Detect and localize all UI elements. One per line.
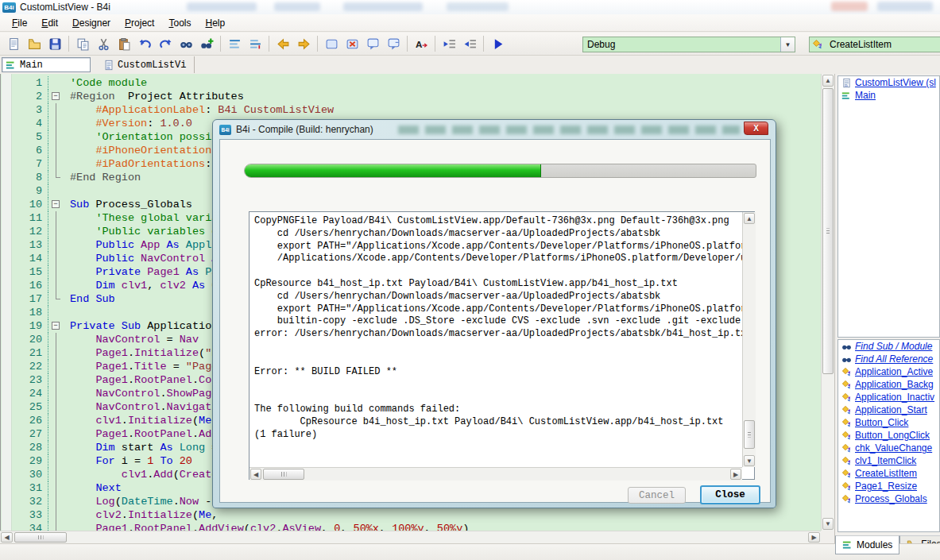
comment-icon[interactable] — [224, 34, 245, 53]
scroll-left-icon[interactable]: ◀ — [250, 469, 261, 480]
editor-vertical-scrollbar[interactable]: ▲ ▼ — [821, 74, 834, 531]
designer-script-icon[interactable] — [362, 34, 383, 53]
sub-item[interactable]: Application_Active — [838, 365, 939, 378]
autocomplete-icon[interactable]: A — [411, 34, 431, 53]
scroll-right-icon[interactable]: ▶ — [808, 532, 820, 543]
code-text: 'These global varia — [64, 211, 218, 225]
scroll-down-icon[interactable]: ▼ — [822, 518, 834, 530]
scrollbar-thumb[interactable] — [14, 532, 67, 543]
indent-decrease-icon[interactable] — [439, 34, 459, 53]
sub-icon — [841, 456, 855, 466]
sub-link[interactable]: CreateListItem — [855, 468, 917, 479]
code-text: #iPhoneOrientations — [64, 144, 218, 157]
uncomment-icon[interactable] — [245, 34, 265, 53]
chevron-down-icon[interactable]: ▼ — [780, 37, 795, 52]
sub-link[interactable]: clv1_ItemClick — [855, 455, 916, 466]
sub-item[interactable]: chk_ValueChange — [838, 442, 939, 454]
scroll-up-icon[interactable]: ▲ — [744, 213, 755, 224]
save-icon[interactable] — [44, 34, 65, 53]
sub-item[interactable]: Application_Start — [838, 404, 939, 416]
sub-link[interactable]: Process_Globals — [855, 493, 927, 504]
scrollbar-thumb[interactable] — [263, 469, 304, 480]
line-number: 32 — [12, 495, 48, 508]
sub-link[interactable]: Page1_Resize — [855, 481, 917, 492]
redo-icon[interactable] — [155, 34, 176, 53]
menu-project[interactable]: Project — [118, 15, 161, 31]
scrollbar-thumb[interactable] — [822, 88, 834, 374]
designer-view-icon[interactable] — [321, 34, 342, 53]
sub-link[interactable]: chk_ValueChange — [855, 442, 932, 454]
tab-modules[interactable]: Modules — [835, 535, 899, 554]
sub-item[interactable]: Application_Inactiv — [838, 391, 939, 404]
sub-item[interactable]: Find All Reference — [838, 353, 939, 365]
dialog-title-bar[interactable]: B4i B4i - Compile (Build: henrychan) — [213, 120, 776, 139]
fold-collapse-icon[interactable]: − — [48, 198, 64, 211]
navigate-forward-icon[interactable] — [293, 34, 314, 53]
tab-main[interactable]: Main — [2, 57, 91, 72]
sub-item[interactable]: Button_LongClick — [838, 429, 939, 442]
close-button[interactable]: Close — [700, 485, 760, 504]
run-icon[interactable] — [487, 34, 508, 53]
scrollbar-thumb[interactable] — [744, 420, 755, 449]
editor-horizontal-scrollbar[interactable]: ◀ ▶ — [0, 531, 821, 543]
code-text: Page1.RootPanel.Col — [64, 373, 218, 387]
menu-edit[interactable]: Edit — [34, 15, 65, 31]
scroll-left-icon[interactable]: ◀ — [1, 532, 13, 543]
sub-item[interactable]: Page1_Resize — [838, 480, 939, 492]
scroll-up-icon[interactable]: ▲ — [822, 75, 834, 87]
sub-navigation-combo[interactable]: CreateListItem — [809, 37, 940, 52]
build-log[interactable]: CopyPNGFile Payload/B4i\ CustomListView.… — [250, 212, 742, 467]
sub-link[interactable]: Find Sub / Module — [855, 341, 932, 352]
menu-tools[interactable]: Tools — [161, 15, 198, 31]
find-icon[interactable] — [176, 34, 196, 53]
indent-increase-icon[interactable] — [459, 34, 480, 53]
open-project-icon[interactable] — [24, 34, 44, 53]
build-configuration-combo[interactable]: Debug ▼ — [582, 37, 795, 52]
close-icon[interactable]: X — [744, 122, 768, 135]
copy-icon[interactable] — [72, 34, 93, 53]
sub-item[interactable]: Button_Click — [838, 416, 939, 429]
sub-link[interactable]: Button_LongClick — [855, 430, 930, 441]
sub-link[interactable]: Application_Active — [855, 366, 933, 377]
sub-icon — [812, 39, 826, 50]
sub-item[interactable]: CreateListItem — [838, 467, 939, 480]
module-link[interactable]: CustomListView (sl — [855, 77, 936, 88]
menu-file[interactable]: File — [5, 15, 34, 31]
module-link[interactable]: Main — [855, 90, 876, 101]
sub-item[interactable]: Find Sub / Module — [838, 340, 939, 353]
module-item[interactable]: Main — [838, 89, 939, 102]
sub-link[interactable]: Application_Backg — [855, 379, 934, 390]
designer-layout-icon[interactable] — [383, 34, 404, 53]
line-number: 24 — [12, 387, 48, 400]
tab-customlistview[interactable]: CustomListVi — [99, 56, 195, 73]
find-next-icon[interactable] — [196, 34, 217, 53]
log-horizontal-scrollbar[interactable]: ◀ ▶ — [250, 467, 742, 481]
navigate-back-icon[interactable] — [273, 34, 293, 53]
fold-collapse-icon[interactable]: − — [48, 90, 64, 103]
fold-guide — [48, 225, 64, 238]
fold-collapse-icon[interactable]: − — [48, 319, 64, 333]
module-item[interactable]: CustomListView (sl — [838, 76, 939, 89]
scroll-down-icon[interactable]: ▼ — [744, 455, 755, 466]
menu-designer[interactable]: Designer — [65, 15, 118, 31]
fold-guide — [48, 157, 64, 171]
scroll-right-icon[interactable]: ▶ — [730, 469, 741, 480]
menu-help[interactable]: Help — [198, 15, 232, 31]
sub-link[interactable]: Button_Click — [855, 417, 908, 428]
designer-remove-view-icon[interactable] — [342, 34, 362, 53]
sub-item[interactable]: clv1_ItemClick — [838, 454, 939, 467]
undo-icon[interactable] — [134, 34, 155, 53]
sub-link[interactable]: Application_Start — [855, 404, 927, 415]
cut-icon[interactable] — [93, 34, 114, 53]
dialog-body: CopyPNGFile Payload/B4i\ CustomListView.… — [219, 139, 771, 503]
code-text: 'Public variables c — [64, 225, 218, 238]
sub-item[interactable]: Application_Backg — [838, 378, 939, 391]
background-window-artifact — [447, 2, 509, 11]
sub-item[interactable]: Process_Globals — [838, 492, 939, 505]
paste-icon[interactable] — [114, 34, 134, 53]
code-text: NavControl.Navigati — [64, 400, 218, 414]
log-vertical-scrollbar[interactable]: ▲ ▼ — [742, 212, 756, 467]
new-file-icon[interactable] — [3, 34, 24, 53]
sub-link[interactable]: Find All Reference — [855, 353, 933, 365]
sub-link[interactable]: Application_Inactiv — [855, 392, 934, 403]
